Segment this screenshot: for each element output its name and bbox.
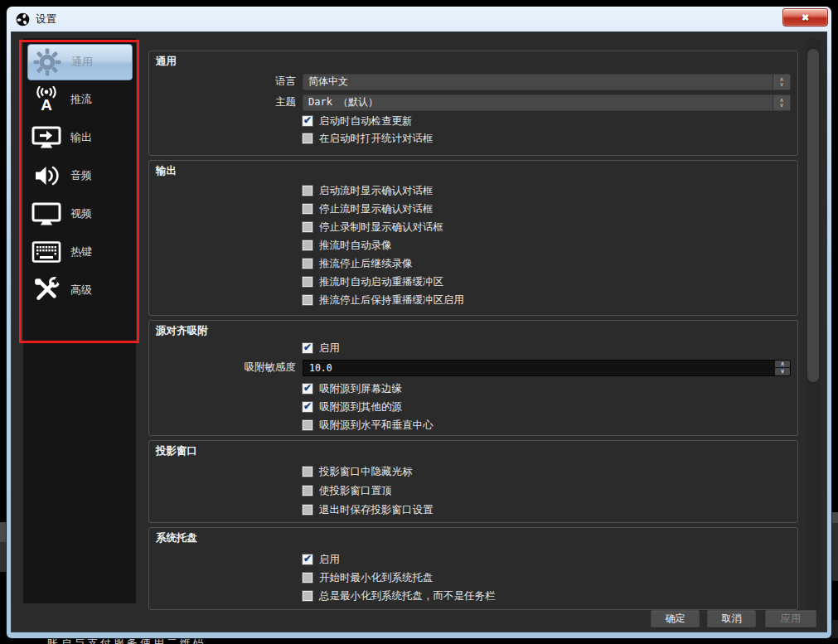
sidebar-item-video[interactable]: 视频 (23, 195, 136, 233)
titlebar[interactable]: 设置 ✖ (7, 7, 831, 31)
group-title: 通用 (156, 55, 177, 69)
window-title: 设置 (36, 12, 56, 27)
group-output: 输出 启动流时显示确认对话框 停止流时显示确认对话框 停止录制时显示确认对话框 … (148, 160, 798, 316)
checkbox-always-minimize-to-tray[interactable]: 总是最小化到系统托盘，而不是任务栏 (303, 588, 496, 603)
tools-icon (31, 275, 61, 305)
monitor-icon (31, 199, 61, 229)
sidebar-item-label: 通用 (71, 55, 93, 70)
checkbox-box[interactable] (303, 554, 312, 564)
checkbox-box[interactable] (303, 277, 312, 287)
sidebar-item-hotkeys[interactable]: 热键 (23, 233, 136, 271)
settings-sidebar: 通用 A (23, 38, 136, 603)
spinner-arrows-icon[interactable]: ∧∨ (775, 361, 790, 375)
svg-text:A: A (41, 96, 52, 113)
checkbox-box[interactable] (303, 204, 312, 214)
checkbox-auto-update-check[interactable]: 启动时自动检查更新 (303, 114, 413, 128)
checkbox-confirm-stop-stream[interactable]: 停止流时显示确认对话框 (303, 201, 434, 216)
checkbox-open-stats-on-startup[interactable]: 在启动时打开统计对话框 (303, 131, 434, 146)
checkbox-box[interactable] (303, 402, 312, 412)
group-title: 源对齐吸附 (156, 324, 208, 338)
settings-dialog-body: 通用 A (11, 31, 827, 632)
snap-sensitivity-label: 吸附敏感度 (156, 361, 296, 375)
checkbox-enable-snapping[interactable]: 启用 (303, 341, 340, 356)
scrollbar-thumb[interactable] (807, 49, 819, 382)
checkbox-box[interactable] (303, 573, 312, 583)
language-value: 简体中文 (303, 75, 773, 90)
gear-icon (32, 47, 62, 77)
group-general: 通用 语言 简体中文 ∧∨ 主题 Dark （默认） ∧∨ (148, 51, 798, 156)
group-title: 输出 (156, 164, 177, 178)
sidebar-item-label: 推流 (70, 92, 92, 107)
obs-logo-icon (16, 12, 30, 27)
sidebar-item-label: 热键 (70, 245, 92, 259)
checkbox-box[interactable] (303, 467, 312, 477)
desktop: 账户与支付服务使用二维码 设置 ✖ (0, 0, 838, 644)
theme-select[interactable]: Dark （默认） ∧∨ (303, 94, 791, 111)
snap-sensitivity-value: 10.0 (303, 361, 775, 375)
checkbox-snap-to-other-sources[interactable]: 吸附源到其他的源 (303, 399, 402, 414)
checkbox-box[interactable] (303, 384, 312, 394)
checkbox-box[interactable] (303, 222, 312, 232)
group-source-snapping: 源对齐吸附 启用 吸附敏感度 10.0 ∧∨ 吸附源到屏幕边缘 (148, 320, 798, 436)
background-fragment (0, 522, 7, 542)
checkbox-box[interactable] (303, 259, 312, 269)
checkbox-box[interactable] (303, 186, 312, 196)
checkbox-save-projector-on-exit[interactable]: 退出时保存投影窗口设置 (303, 502, 434, 517)
checkbox-auto-start-replay-buffer[interactable]: 推流时自动启动重播缓冲区 (303, 274, 443, 289)
content-scrollbar[interactable] (806, 38, 821, 610)
checkbox-confirm-stop-recording[interactable]: 停止录制时显示确认对话框 (303, 220, 443, 235)
language-select[interactable]: 简体中文 ∧∨ (303, 74, 791, 90)
checkbox-box[interactable] (303, 591, 312, 601)
apply-button[interactable]: 应用 (765, 610, 816, 627)
checkbox-enable-tray[interactable]: 启用 (303, 552, 340, 567)
close-button[interactable]: ✖ (782, 8, 828, 27)
checkbox-snap-to-screen-edge[interactable]: 吸附源到屏幕边缘 (303, 381, 402, 396)
checkbox-box[interactable] (303, 240, 312, 250)
background-fragment (831, 512, 838, 523)
checkbox-box[interactable] (303, 116, 312, 126)
group-title: 系统托盘 (156, 531, 197, 545)
theme-value: Dark （默认） (303, 95, 773, 110)
speaker-icon (31, 161, 61, 191)
checkbox-keep-recording-after-stream[interactable]: 推流停止后继续录像 (303, 256, 413, 271)
sidebar-item-advanced[interactable]: 高级 (23, 271, 136, 309)
sidebar-item-label: 视频 (70, 206, 92, 221)
keyboard-icon (31, 237, 61, 267)
theme-label: 主题 (156, 95, 296, 109)
checkbox-confirm-start-stream[interactable]: 启动流时显示确认对话框 (303, 183, 434, 198)
background-fragment (831, 523, 838, 581)
checkbox-keep-replay-buffer-after-stream[interactable]: 推流停止后保持重播缓冲区启用 (303, 293, 464, 307)
combo-arrows-icon[interactable]: ∧∨ (773, 95, 790, 110)
cancel-button[interactable]: 取消 (707, 610, 756, 627)
checkbox-hide-cursor-in-projector[interactable]: 投影窗口中隐藏光标 (303, 464, 413, 479)
checkbox-projector-always-on-top[interactable]: 使投影窗口置顶 (303, 483, 392, 498)
sidebar-item-stream[interactable]: A 推流 (23, 80, 136, 119)
background-fragment (831, 620, 838, 638)
ok-button[interactable]: 确定 (651, 610, 700, 627)
sidebar-item-label: 输出 (70, 130, 92, 145)
checkbox-box[interactable] (303, 420, 312, 430)
checkbox-snap-to-centers[interactable]: 吸附源到水平和垂直中心 (303, 418, 434, 433)
sidebar-item-general[interactable]: 通用 (27, 44, 133, 80)
group-title: 投影窗口 (156, 444, 197, 458)
checkbox-box[interactable] (303, 295, 312, 305)
background-fragment (0, 542, 7, 572)
settings-window: 设置 ✖ (7, 7, 831, 638)
checkbox-minimize-to-tray-on-start[interactable]: 开始时最小化到系统托盘 (303, 570, 434, 585)
snap-sensitivity-spinbox[interactable]: 10.0 ∧∨ (303, 360, 791, 376)
sidebar-item-label: 高级 (70, 283, 92, 298)
language-label: 语言 (156, 75, 296, 89)
broadcast-icon: A (31, 85, 61, 114)
close-icon: ✖ (802, 13, 809, 22)
background-clipped-text: 账户与支付服务使用二维码 (47, 637, 379, 644)
checkbox-box[interactable] (303, 486, 312, 496)
checkbox-box[interactable] (303, 505, 312, 515)
checkbox-box[interactable] (303, 133, 312, 143)
group-projector: 投影窗口 投影窗口中隐藏光标 使投影窗口置顶 退出时保存投影窗口设置 (148, 440, 798, 523)
output-icon (31, 123, 61, 153)
sidebar-item-audio[interactable]: 音频 (23, 157, 136, 195)
sidebar-item-output[interactable]: 输出 (23, 119, 136, 157)
checkbox-auto-record-when-streaming[interactable]: 推流时自动录像 (303, 238, 392, 253)
combo-arrows-icon[interactable]: ∧∨ (773, 75, 790, 90)
checkbox-box[interactable] (303, 343, 312, 353)
